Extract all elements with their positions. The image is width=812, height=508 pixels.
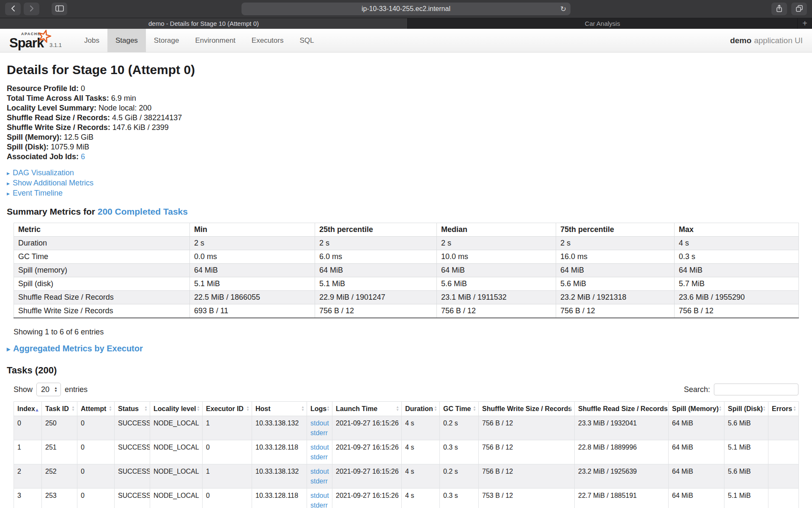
task-cell: 0 [77, 416, 115, 440]
column-header-locality-level[interactable]: Locality level▲▼ [150, 402, 203, 416]
toggle-show-additional-metrics[interactable]: Show Additional Metrics [13, 179, 93, 187]
sort-icon: ▲ [35, 405, 39, 415]
stderr-link[interactable]: stderr [310, 476, 329, 486]
nav-item-executors[interactable]: Executors [244, 29, 292, 52]
stage-property-locality-level-summary: Locality Level Summary: Node local: 200 [7, 103, 805, 113]
task-cell: 1 [203, 416, 252, 440]
stage-property-associated-job-ids: Associated Job Ids: 6 [7, 152, 805, 162]
column-header-shuffle-read-size-records[interactable]: Shuffle Read Size / Records▲▼ [575, 402, 669, 416]
column-header-attempt[interactable]: Attempt▲▼ [77, 402, 115, 416]
nav-label[interactable]: Stages [107, 29, 146, 52]
column-header-status[interactable]: Status▲▼ [115, 402, 150, 416]
stderr-link[interactable]: stderr [310, 500, 329, 508]
column-header-duration[interactable]: Duration▲▼ [402, 402, 440, 416]
spark-header: APACHE Spark 3.1.1 JobsStagesStorageEnvi… [0, 29, 812, 52]
task-cell: 10.33.128.118 [252, 440, 307, 464]
summary-header-row: MetricMin25th percentileMedian75th perce… [14, 223, 799, 237]
browser-tab-car-analysis[interactable]: Car Analysis [408, 18, 798, 29]
task-cell: stdoutstderr [307, 440, 332, 464]
expand-arrow-icon: ▸ [7, 180, 10, 187]
task-cell: 4 s [402, 440, 440, 464]
page-size-select[interactable]: 20 ▲▼ [36, 383, 61, 396]
nav-label[interactable]: SQL [291, 29, 322, 52]
column-header-executor-id[interactable]: Executor ID▲▼ [203, 402, 252, 416]
nav-label[interactable]: Executors [244, 29, 292, 52]
column-header-spill-memory[interactable]: Spill (Memory)▲▼ [669, 402, 724, 416]
new-tab-button[interactable]: + [798, 18, 812, 29]
summary-cell: 756 B / 12 [556, 304, 675, 318]
nav-item-sql[interactable]: SQL [291, 29, 322, 52]
reload-icon[interactable]: ↻ [560, 6, 566, 13]
task-cell: 0 [77, 464, 115, 489]
column-header-shuffle-write-size-records[interactable]: Shuffle Write Size / Records▲▼ [479, 402, 575, 416]
back-button[interactable] [5, 3, 21, 15]
toggle-aggregated-metrics[interactable]: Aggregated Metrics by Executor [13, 344, 143, 353]
column-label: Status [118, 405, 139, 412]
sort-icon: ▲▼ [326, 406, 330, 411]
task-cell: 2021-09-27 16:15:26 [332, 416, 402, 440]
column-header-launch-time[interactable]: Launch Time▲▼ [332, 402, 402, 416]
task-cell: 0 [77, 440, 115, 464]
stderr-link[interactable]: stderr [310, 428, 329, 438]
browser-tab-demo[interactable]: demo - Details for Stage 10 (Attempt 0) [0, 18, 408, 29]
column-header-gc-time[interactable]: GC Time▲▼ [440, 402, 479, 416]
toggle-dag-visualization[interactable]: DAG Visualization [13, 168, 74, 177]
summary-cell: 64 MiB [315, 264, 437, 277]
nav-label[interactable]: Storage [146, 29, 187, 52]
column-header-errors[interactable]: Errors▲▼ [768, 402, 799, 416]
share-button[interactable] [771, 3, 787, 15]
nav-item-stages[interactable]: Stages [107, 29, 146, 52]
completed-tasks-link[interactable]: 200 Completed Tasks [98, 207, 188, 216]
address-bar[interactable]: ip-10-33-140-255.ec2.internal ↻ [241, 3, 571, 15]
nav-label[interactable]: Jobs [76, 29, 107, 52]
spark-logo[interactable]: APACHE Spark 3.1.1 [6, 29, 65, 52]
nav-item-storage[interactable]: Storage [146, 29, 187, 52]
property-label: Spill (Memory): [7, 133, 62, 141]
summary-cell: 756 B / 12 [437, 304, 556, 318]
summary-cell: 23.2 MiB / 1921318 [556, 291, 675, 304]
task-cell: 252 [42, 464, 77, 489]
stdout-link[interactable]: stdout [310, 442, 329, 452]
column-header-host[interactable]: Host▲▼ [252, 402, 307, 416]
stdout-link[interactable]: stdout [310, 467, 329, 476]
column-header-min: Min [190, 223, 315, 237]
summary-cell: 64 MiB [675, 264, 799, 277]
tabs-overview-button[interactable] [791, 3, 807, 15]
nav-item-jobs[interactable]: Jobs [76, 29, 107, 52]
column-label: Errors [772, 405, 792, 412]
task-cell: 4 s [402, 489, 440, 508]
toggle-line: ▸Show Additional Metrics [7, 178, 805, 188]
summary-cell: 0.3 s [675, 250, 799, 264]
table-row: Spill (disk)5.1 MiB5.1 MiB5.6 MiB5.6 MiB… [14, 277, 799, 291]
property-label: Total Time Across All Tasks: [7, 94, 109, 102]
task-cell: 0 [77, 489, 115, 508]
search-input[interactable] [714, 384, 798, 395]
sort-icon: ▲▼ [396, 406, 399, 411]
task-cell: stdoutstderr [307, 416, 332, 440]
column-header-spill-disk[interactable]: Spill (Disk)▲▼ [724, 402, 768, 416]
column-header-task-id[interactable]: Task ID▲▼ [42, 402, 77, 416]
table-row: 02500SUCCESSNODE_LOCAL110.33.138.132stdo… [14, 416, 799, 440]
sidebar-toggle-button[interactable] [52, 3, 67, 15]
stderr-link[interactable]: stderr [310, 452, 329, 462]
column-label: 75th percentile [560, 225, 614, 234]
stdout-link[interactable]: stdout [310, 491, 329, 500]
column-header-index[interactable]: Index▲ [14, 402, 42, 416]
stage-property-resource-profile-id: Resource Profile Id: 0 [7, 84, 805, 94]
job-id-link[interactable]: 6 [81, 152, 85, 161]
application-id: demo application UI [730, 29, 803, 52]
tasks-controls: Show 20 ▲▼ entries Search: [14, 383, 798, 396]
nav-label[interactable]: Environment [187, 29, 243, 52]
table-row: Shuffle Read Size / Records22.5 MiB / 18… [14, 291, 799, 304]
task-cell: 253 [42, 489, 77, 508]
task-cell: 250 [42, 416, 77, 440]
forward-button[interactable] [24, 3, 39, 15]
nav-item-environment[interactable]: Environment [187, 29, 243, 52]
task-cell: NODE_LOCAL [150, 464, 203, 489]
toggle-event-timeline[interactable]: Event Timeline [13, 189, 63, 197]
table-row: 12510SUCCESSNODE_LOCAL010.33.128.118stdo… [14, 440, 799, 464]
task-cell: 10.33.128.118 [252, 489, 307, 508]
column-header-logs[interactable]: Logs▲▼ [307, 402, 332, 416]
stdout-link[interactable]: stdout [310, 418, 329, 428]
expand-arrow-icon: ▸ [7, 170, 10, 177]
